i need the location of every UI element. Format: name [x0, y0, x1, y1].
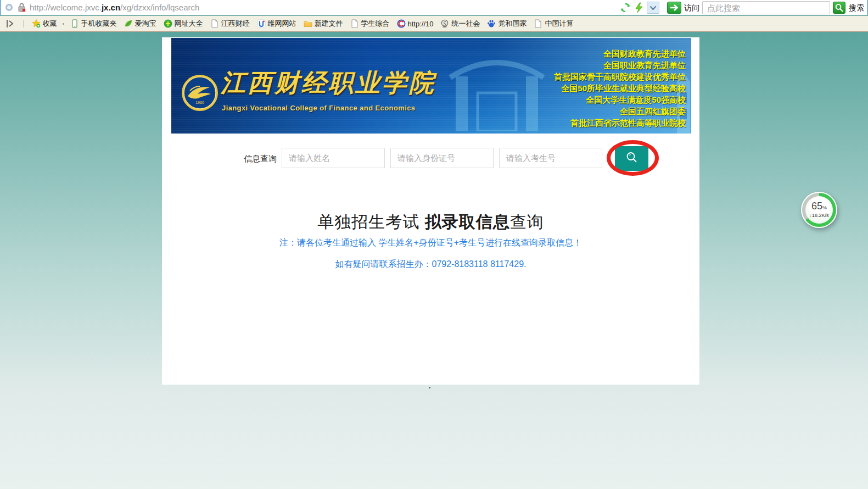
title-part1: 单独招生考试	[317, 213, 424, 231]
toolbar-dropdown-button[interactable]	[647, 2, 659, 14]
star-add-icon	[32, 19, 41, 28]
honor-line: 全国财政教育先进单位	[554, 48, 686, 59]
go-arrow-button[interactable]	[667, 2, 681, 14]
bookmark-party-state[interactable]: 党和国家	[487, 19, 527, 29]
bookmark-label: 党和国家	[498, 19, 527, 29]
magnifier-icon	[625, 151, 639, 165]
drag-dot	[63, 23, 64, 25]
query-search-button[interactable]	[615, 146, 648, 171]
query-label: 信息查询	[244, 154, 277, 164]
gate-watermark-icon	[445, 43, 549, 131]
url-prefix: http://welcome.jxvc.	[30, 3, 102, 12]
browser-url-bar: http://welcome.jxvc.jx.cn/xg/dzxx/info/l…	[0, 0, 868, 15]
progress-ring: 65% ↓18.2K/s	[802, 193, 836, 227]
bookmark-label: 维网网站	[268, 19, 296, 29]
nav-state-icon	[5, 4, 13, 11]
college-name: 江西财经职业学院	[221, 66, 436, 99]
bookmark-label: 爱淘宝	[135, 19, 156, 29]
bookmarks-bar: 收藏 手机收藏夹 爱淘宝 网址大全 江西财经	[0, 16, 868, 32]
phone-icon	[70, 19, 79, 28]
content-panel: 1960 江西财经职业学院 Jiangxi Vocational College…	[162, 37, 699, 385]
title-bold: 拟录取信息	[425, 213, 510, 231]
bookmark-nav-site[interactable]: 网址大全	[164, 19, 203, 29]
id-number-input[interactable]	[390, 148, 494, 168]
url-domain: jx.cn	[102, 3, 120, 12]
logo-year: 1960	[195, 101, 204, 104]
bookmark-label: 收藏	[43, 19, 57, 29]
contact-note: 如有疑问请联系招生办：0792-8183118 8117429.	[162, 259, 699, 270]
bookmark-weiwang[interactable]: 维网网站	[257, 19, 296, 29]
name-input[interactable]	[282, 148, 385, 168]
bookmark-label: 中国计算	[545, 19, 573, 29]
page-title: 单独招生考试 拟录取信息查询	[162, 211, 699, 234]
bookmark-label: 网址大全	[175, 19, 203, 29]
bookmark-china-computing[interactable]: 中国计算	[534, 19, 573, 29]
address-url[interactable]: http://welcome.jxvc.jx.cn/xg/dzxx/info/l…	[30, 0, 199, 15]
honor-line: 首批国家骨干高职院校建设优秀单位	[554, 71, 686, 82]
bookmark-new-folder[interactable]: 新建文件	[304, 19, 343, 29]
college-banner: 1960 江西财经职业学院 Jiangxi Vocational College…	[171, 38, 691, 134]
folder-icon	[304, 19, 312, 28]
bookmark-http10[interactable]: http://10	[397, 19, 434, 28]
bookmark-student-portal[interactable]: 学生综合	[350, 19, 390, 29]
bookmark-label: 江西财经	[221, 19, 250, 29]
college-name-english: Jiangxi Vocational College of Finance an…	[222, 104, 415, 112]
percent-value: 65	[811, 201, 822, 212]
refresh-icon[interactable]	[620, 2, 631, 13]
plus-circle-icon	[164, 19, 172, 28]
honor-line: 全国50所毕业生就业典型经验高校	[554, 82, 686, 94]
page-icon	[534, 19, 542, 28]
honor-line: 全国五四红旗团委	[554, 105, 686, 117]
url-path: /xg/dzxx/info/lqsearch	[120, 3, 199, 12]
sidebar-toggle-icon[interactable]	[4, 19, 15, 29]
bookmark-label: 新建文件	[315, 19, 343, 29]
honor-list: 全国财政教育先进单位 全国职业教育先进单位 首批国家骨干高职院校建设优秀单位 全…	[554, 48, 686, 129]
honor-line: 全国职业教育先进单位	[554, 59, 686, 71]
credit-ring-icon	[440, 19, 449, 28]
page-icon	[210, 19, 219, 28]
title-part2: 查询	[510, 213, 544, 231]
lightning-icon[interactable]	[634, 2, 645, 13]
progress-inner: 65% ↓18.2K/s	[805, 196, 833, 224]
toolbar-search-button[interactable]	[833, 2, 845, 14]
bookmark-favorites[interactable]: 收藏	[32, 19, 57, 29]
search-label[interactable]: 搜索	[849, 0, 864, 15]
bookmark-credit-code[interactable]: 统一社会	[440, 19, 480, 29]
college-logo: 1960	[181, 74, 219, 112]
bookmark-aitaobao[interactable]: 爱淘宝	[124, 19, 156, 29]
instruction-note: 注：请各位考生通过输入 学生姓名+身份证号+考生号进行在线查询录取信息！	[162, 237, 699, 249]
progress-percent: 65%	[811, 201, 827, 213]
page-icon	[350, 19, 359, 28]
speed-value: 18.2K/s	[812, 213, 829, 218]
stray-dot	[429, 387, 430, 388]
bookmark-label: http://10	[408, 20, 434, 28]
c-globe-icon	[397, 19, 406, 28]
honor-line: 首批江西省示范性高等职业院校	[554, 117, 686, 129]
visit-label[interactable]: 访问	[684, 0, 699, 15]
toolbar-search-input[interactable]	[702, 1, 830, 14]
bookmark-label: 手机收藏夹	[81, 19, 117, 29]
candidate-number-input[interactable]	[499, 148, 602, 168]
bookmark-label: 统一社会	[451, 19, 480, 29]
paw-icon	[487, 19, 496, 28]
percent-sign: %	[822, 205, 827, 210]
honor-line: 全国大学生满意度50强高校	[554, 94, 686, 105]
bookmark-phone-folder[interactable]: 手机收藏夹	[70, 19, 117, 29]
u-logo-icon	[257, 19, 266, 28]
download-progress-badge[interactable]: 65% ↓18.2K/s	[801, 192, 837, 228]
bookmark-jxcfe[interactable]: 江西财经	[210, 19, 250, 29]
separator	[23, 20, 24, 27]
download-speed: ↓18.2K/s	[809, 213, 828, 219]
leaf-icon	[124, 19, 133, 28]
bookmark-label: 学生综合	[361, 19, 390, 29]
insecure-lock-icon	[18, 3, 26, 13]
